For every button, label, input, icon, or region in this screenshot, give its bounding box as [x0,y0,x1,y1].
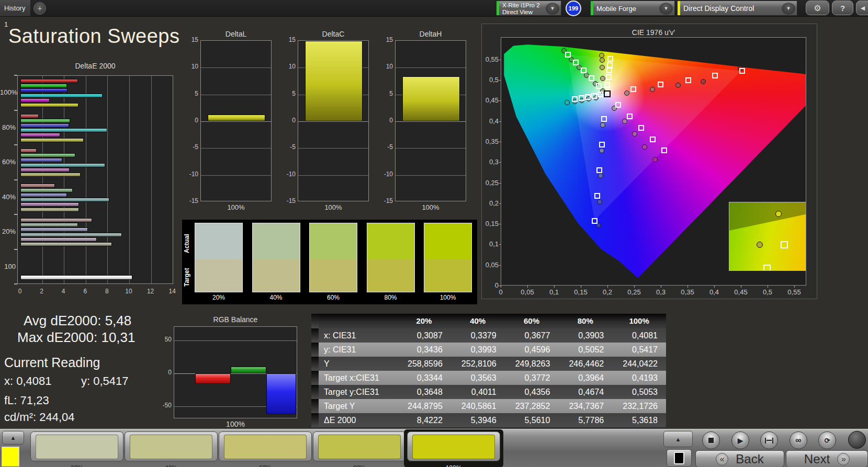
cell-value: 8,4222 [397,413,451,427]
x-tick [794,286,795,288]
cell-value: 0,3964 [558,371,612,385]
target-square [739,68,745,74]
x-tick-label: 8 [96,288,117,295]
play-button[interactable]: ▶ [731,431,749,449]
gridline [151,76,152,283]
actual-row-label: Actual [183,227,191,260]
patch-button[interactable]: 100% [407,431,500,461]
group-label: 60% [0,158,16,166]
group-label: 100% [0,88,16,96]
gridline [396,121,466,122]
actual-swatch [424,223,472,259]
actual-swatch [309,223,357,259]
next-button[interactable]: Next » [786,450,868,467]
row-gutter [311,413,319,427]
refresh-icon: ⟳ [825,437,830,445]
refresh-button[interactable]: ⟳ [818,431,836,449]
cell-value: 234,7367 [558,399,612,413]
step-button[interactable] [760,431,778,449]
cell-value: 246,4462 [558,357,612,371]
reading-fl: fL: 71,23 [4,394,49,407]
de2000-bar [20,218,92,222]
gridline [201,175,271,176]
y-tick-label: 10 [184,63,198,70]
stop-button[interactable] [702,431,720,449]
de2000-bar [20,158,62,162]
target-square [638,125,644,131]
column-header: 80% [558,314,612,328]
target-square [615,102,621,108]
swatch-label: 60% [309,294,357,301]
patch-button[interactable]: 80% [313,431,406,461]
chevron-down-icon[interactable]: ▼ [546,3,559,15]
patch-button[interactable]: 20% [30,431,123,461]
cie-zoom-inset [729,202,806,271]
current-target-square [604,90,611,97]
y-tick-label: 5 [281,90,296,97]
cell-value: 258,8596 [397,357,451,371]
control-status-stripe [678,1,680,15]
y-tick-label: -15 [184,197,198,204]
deltae-chart [17,75,173,284]
patch-button[interactable]: 60% [219,431,312,461]
cie-diagram-panel: CIE 1976 u'v' 0,550,50,450,40,350,30,250… [481,24,817,299]
tab-history[interactable]: History 1 [0,0,30,16]
x-axis-label: 100% [298,203,369,211]
target-row-label: Target [183,261,191,293]
de2000-bar [20,208,79,212]
target-square [599,142,605,147]
de2000-bar [20,163,105,167]
cell-value: 5,7786 [558,413,612,427]
row-gutter [311,328,319,343]
collapse-panel-button[interactable]: ◀ [856,1,868,15]
cell-value: 5,5610 [505,413,559,427]
back-button[interactable]: « Back [695,450,784,467]
x-tick-label: 0,3 [649,288,672,296]
y-tick-label: 5 [378,90,393,97]
x-axis-label: 100% [200,203,272,211]
actual-swatch [252,223,300,259]
meter-dropdown[interactable]: X-Rite i1Pro 2 Direct View ▼ [496,1,561,16]
x-tick [741,286,741,288]
gear-icon: ⚙ [814,4,821,13]
x-axis-label: 100% [174,420,297,428]
measured-point [642,144,647,150]
group-label: 20% [0,227,16,235]
table-row: x: CIE310,30870,33790,36770,39030,4081 [311,328,666,343]
cell-value: 0,3436 [397,343,451,357]
target-square [596,167,602,173]
table-row: y: CIE310,34360,39930,45960,50520,5417 [311,343,666,357]
gridline [298,175,368,176]
de2000-bar [20,103,78,107]
display-control-dropdown[interactable]: Direct Display Control ▼ [677,1,797,16]
row-label: Target Y [319,399,397,413]
target-square [601,116,607,122]
chevron-down-icon[interactable]: ▼ [782,3,795,15]
target-square [607,56,613,62]
cell-value: 0,3677 [505,328,559,343]
y-tick-label: 0,3 [482,158,499,166]
actual-swatch [367,223,415,259]
y-tick [499,121,501,122]
y-tick-label: 0 [281,117,296,124]
gridline [201,95,271,95]
patch-button[interactable]: 40% [125,431,218,461]
cell-value: 0,3993 [451,343,505,357]
y-tick [499,224,501,224]
swatch-label: 20% [195,294,243,301]
source-dropdown[interactable]: Mobile Forge ▼ [590,1,675,16]
y-tick [499,203,501,204]
group-label: 80% [0,123,16,131]
deltac-chart [298,40,369,201]
measured-point [600,65,605,70]
add-tab-button[interactable]: + [33,2,46,15]
panel-up-button[interactable]: ▲ [663,431,693,447]
scroll-up-button[interactable]: ▲ [2,431,24,445]
chevron-down-icon[interactable]: ▼ [659,3,673,15]
reading-x: x: 0,4081 [4,374,52,388]
help-button[interactable]: ? [832,1,853,15]
x-tick-label: 0,1 [543,288,566,296]
loop-button[interactable]: ∞ [790,431,807,449]
settings-button[interactable]: ⚙ [806,1,829,15]
stop-pattern-button[interactable] [667,449,692,467]
